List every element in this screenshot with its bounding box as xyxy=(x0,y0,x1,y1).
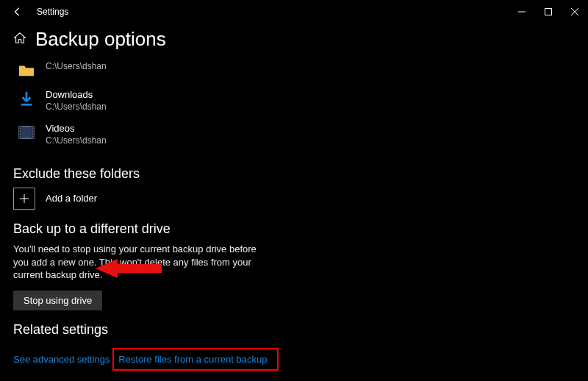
folder-text: Videos C:\Users\dshan xyxy=(46,123,107,146)
svg-rect-10 xyxy=(20,133,21,135)
svg-rect-13 xyxy=(32,131,33,132)
back-arrow-icon xyxy=(12,7,23,17)
svg-rect-8 xyxy=(20,128,21,129)
svg-rect-12 xyxy=(32,128,33,129)
plus-icon xyxy=(13,188,35,210)
restore-files-link[interactable]: Restore files from a current backup xyxy=(118,354,267,365)
svg-rect-9 xyxy=(20,131,21,132)
downloads-icon xyxy=(18,89,35,107)
add-folder-label: Add a folder xyxy=(46,193,97,204)
maximize-button[interactable] xyxy=(535,0,562,24)
svg-rect-11 xyxy=(20,136,21,138)
list-item[interactable]: Downloads C:\Users\dshan xyxy=(13,86,575,120)
different-drive-body: You'll need to stop using your current b… xyxy=(13,243,263,282)
svg-rect-14 xyxy=(32,133,33,135)
page-title: Backup options xyxy=(35,28,166,51)
close-icon xyxy=(571,8,578,15)
window-controls xyxy=(509,0,588,24)
content: Backup options C:\Users\dshan Downloads … xyxy=(0,24,588,381)
folder-path: C:\Users\dshan xyxy=(46,135,107,147)
back-button[interactable] xyxy=(6,0,29,24)
folder-text: C:\Users\dshan xyxy=(46,61,107,73)
folder-icon xyxy=(18,61,35,79)
videos-icon xyxy=(18,123,35,140)
add-folder-button[interactable]: Add a folder xyxy=(13,188,575,210)
svg-rect-1 xyxy=(545,9,552,15)
folder-path: C:\Users\dshan xyxy=(46,61,107,73)
titlebar: Settings xyxy=(0,0,588,24)
home-icon[interactable] xyxy=(13,32,26,47)
window-title: Settings xyxy=(37,7,68,17)
restore-highlight-box: Restore files from a current backup xyxy=(112,348,279,371)
svg-rect-15 xyxy=(32,136,33,138)
different-drive-heading: Back up to a different drive xyxy=(13,221,575,237)
list-item[interactable]: C:\Users\dshan xyxy=(13,58,575,86)
list-item[interactable]: Videos C:\Users\dshan xyxy=(13,120,575,154)
minimize-icon xyxy=(518,8,526,15)
maximize-icon xyxy=(545,8,552,15)
stop-using-drive-button[interactable]: Stop using drive xyxy=(13,291,102,310)
minimize-button[interactable] xyxy=(509,0,535,24)
exclude-heading: Exclude these folders xyxy=(13,166,575,182)
page-header: Backup options xyxy=(13,28,575,51)
related-heading: Related settings xyxy=(13,322,575,338)
close-button[interactable] xyxy=(562,0,588,24)
folder-name: Videos xyxy=(46,123,107,135)
folder-name: Downloads xyxy=(46,89,107,102)
see-advanced-settings-link[interactable]: See advanced settings xyxy=(13,354,110,365)
folder-text: Downloads C:\Users\dshan xyxy=(46,89,107,113)
folder-path: C:\Users\dshan xyxy=(46,102,107,113)
